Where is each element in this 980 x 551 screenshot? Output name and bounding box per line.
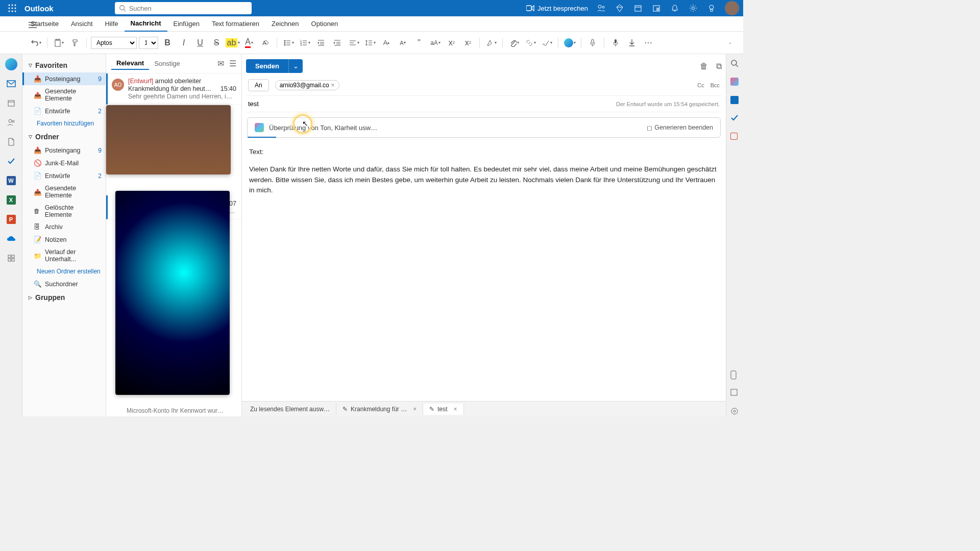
align-button[interactable]: ▾ <box>347 36 361 50</box>
dictate-button[interactable] <box>585 36 600 50</box>
copilot-rail-icon[interactable] <box>5 58 17 70</box>
powerpoint-rail-icon[interactable]: P <box>5 213 17 226</box>
hamburger-icon[interactable] <box>29 21 37 31</box>
calendar-right-icon[interactable] <box>730 96 740 105</box>
paste-button[interactable]: ▾ <box>52 36 66 50</box>
calendar-day-icon[interactable] <box>633 3 643 13</box>
add-favorite-link[interactable]: Favoriten hinzufügen <box>22 117 106 130</box>
immersive-button[interactable] <box>608 36 623 50</box>
message-item[interactable]: › AO [Entwurf] arnold oberleiter Krankme… <box>106 73 241 105</box>
indent-button[interactable] <box>330 36 345 50</box>
tab-nachricht[interactable]: Nachricht <box>125 16 167 32</box>
clear-format-button[interactable]: A <box>258 36 273 50</box>
highlight-button[interactable]: ab▾ <box>226 36 240 50</box>
word-rail-icon[interactable]: W <box>5 174 17 187</box>
link-button[interactable]: ▾ <box>523 36 537 50</box>
to-button[interactable]: An <box>248 79 269 91</box>
groups-section[interactable]: ▷Gruppen <box>22 290 106 305</box>
mark-read-icon[interactable]: ✉ <box>217 59 224 68</box>
line-spacing-button[interactable]: ▾ <box>363 36 377 50</box>
recipient-chip[interactable]: arnio93@gmail.co × <box>275 80 339 90</box>
tab-hilfe[interactable]: Hilfe <box>99 16 125 32</box>
nav-folder-junk[interactable]: 🚫Junk-E-Mail <box>22 157 106 169</box>
search-input[interactable] <box>129 5 248 12</box>
folders-section[interactable]: ▽Ordner <box>22 130 106 144</box>
signature-button[interactable]: ▾ <box>540 36 554 50</box>
calendar-rail-icon[interactable] <box>5 97 17 109</box>
settings-right-icon[interactable] <box>730 407 740 416</box>
settings-icon[interactable] <box>688 3 698 13</box>
font-color-button[interactable]: A▾ <box>242 36 256 50</box>
favorites-section[interactable]: ▽Favoriten <box>22 58 106 72</box>
nav-folder-geloescht[interactable]: 🗑Gelöschte Elemente <box>22 202 106 221</box>
more-button[interactable]: ⋯ <box>641 36 655 50</box>
send-options-button[interactable]: ⌄ <box>288 59 303 73</box>
download-button[interactable] <box>625 36 639 50</box>
outdent-button[interactable] <box>314 36 328 50</box>
discard-icon[interactable]: 🗑 <box>700 62 708 71</box>
tab-zeichnen[interactable]: Zeichnen <box>265 16 305 32</box>
attach-button[interactable]: ▾ <box>507 36 521 50</box>
new-folder-link[interactable]: Neuen Ordner erstellen <box>22 265 106 278</box>
underline-button[interactable]: U <box>193 36 207 50</box>
decrease-font-button[interactable]: A▾ <box>396 36 410 50</box>
send-button[interactable]: Senden <box>246 59 288 73</box>
bullets-button[interactable]: ▾ <box>281 36 296 50</box>
nav-folder-posteingang[interactable]: 📥Posteingang9 <box>22 144 106 157</box>
increase-font-button[interactable]: A▴ <box>379 36 394 50</box>
copilot-right-icon[interactable] <box>730 78 740 87</box>
cc-button[interactable]: Cc <box>697 82 704 88</box>
files-rail-icon[interactable] <box>5 136 17 148</box>
tab-sonstige[interactable]: Sonstige <box>149 58 185 69</box>
subscript-button[interactable]: x2 <box>445 36 459 50</box>
tab-relevant[interactable]: Relevant <box>111 57 149 70</box>
stop-generating-button[interactable]: ◻ Generieren beenden <box>647 124 713 132</box>
copilot-button[interactable]: ▾ <box>562 36 577 50</box>
mail-rail-icon[interactable] <box>5 78 17 90</box>
italic-button[interactable]: I <box>177 36 191 50</box>
tips-icon[interactable] <box>706 3 717 13</box>
bcc-button[interactable]: Bcc <box>710 82 720 88</box>
people-rail-icon[interactable] <box>5 116 17 129</box>
search-rail-icon[interactable] <box>730 59 740 68</box>
subject-input[interactable] <box>248 100 616 108</box>
quote-button[interactable]: " <box>412 36 426 50</box>
tab-einfuegen[interactable]: Einfügen <box>167 16 206 32</box>
filter-icon[interactable]: ☰ <box>229 59 236 68</box>
numbering-button[interactable]: 123▾ <box>298 36 312 50</box>
bottom-tab-reading[interactable]: Zu lesendes Element ausw… <box>244 404 336 415</box>
nav-item-posteingang[interactable]: 📥Posteingang9 <box>22 72 106 85</box>
bottom-tab-test[interactable]: ✎test× <box>423 404 463 415</box>
change-case-button[interactable]: aA▾ <box>428 36 443 50</box>
bold-button[interactable]: B <box>160 36 175 50</box>
nav-folder-entwuerfe[interactable]: 📄Entwürfe2 <box>22 169 106 182</box>
user-avatar[interactable] <box>725 1 739 15</box>
app-launcher-icon[interactable] <box>4 0 20 16</box>
strikethrough-button[interactable]: S <box>209 36 224 50</box>
nav-folder-notizen[interactable]: 📝Notizen <box>22 233 106 246</box>
font-name-select[interactable]: Aptos <box>91 37 137 49</box>
nav-folder-gesendete[interactable]: 📤Gesendete Elemente <box>22 182 106 202</box>
nav-item-entwuerfe[interactable]: 📄Entwürfe2 <box>22 105 106 117</box>
format-painter-button[interactable] <box>68 36 82 50</box>
notifications-icon[interactable] <box>670 3 680 13</box>
tab-optionen[interactable]: Optionen <box>305 16 345 32</box>
todo-rail-icon[interactable] <box>5 155 17 167</box>
nav-folder-suchordner[interactable]: 🔍Suchordner <box>22 278 106 290</box>
tab-text-formatieren[interactable]: Text formatieren <box>206 16 265 32</box>
font-size-select[interactable]: 12 <box>139 37 158 49</box>
more-apps-rail-icon[interactable] <box>5 252 17 264</box>
onedrive-rail-icon[interactable] <box>5 233 17 245</box>
diamond-icon[interactable] <box>615 3 625 13</box>
tab-ansicht[interactable]: Ansicht <box>65 16 99 32</box>
todo-right-icon[interactable] <box>730 114 740 123</box>
nav-item-gesendete[interactable]: 📤Gesendete Elemente <box>22 85 106 105</box>
expand-right-icon[interactable] <box>730 389 740 398</box>
ribbon-expand-icon[interactable]: ⌄ <box>723 36 737 50</box>
meet-now-button[interactable]: Jetzt besprechen <box>526 5 588 12</box>
bottom-tab-krankmeldung[interactable]: ✎Krankmeldung für …× <box>336 404 423 415</box>
excel-rail-icon[interactable]: X <box>5 194 17 206</box>
search-box[interactable] <box>115 2 252 14</box>
teams-icon[interactable] <box>596 3 606 13</box>
email-body[interactable]: Text: Vielen Dank für Ihre netten Worte … <box>246 143 722 207</box>
